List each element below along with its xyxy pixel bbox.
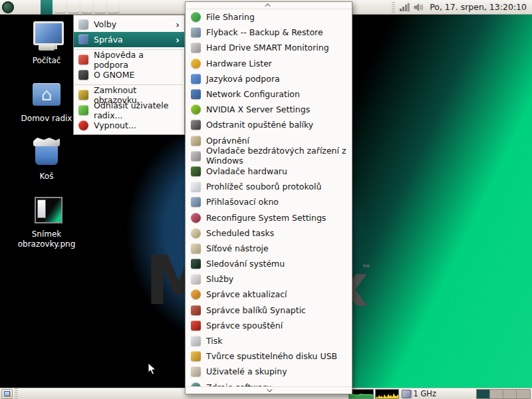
usb-creator-icon [191,351,201,361]
network-configuration-icon [191,89,201,99]
administration-menu-item[interactable]: Správce aktualizací [186,287,352,302]
administration-menu-item[interactable]: Flyback -- Backup & Restore [186,25,352,40]
menu-item-label: Sledování systému [206,259,285,269]
desktop-icon[interactable]: Počítač [12,20,81,66]
computer-icon [29,20,64,53]
nvidia-icon [191,104,201,114]
menu-item-label: File Sharing [206,12,255,22]
administration-menu-item[interactable]: Prohlížeč souborů protokolů [186,179,352,194]
cpu-frequency-icon[interactable] [402,390,411,398]
system-monitor-icon [191,259,201,269]
system-menu-item[interactable]: Volby › [74,17,184,32]
workspace-cell[interactable] [503,390,517,398]
scroll-up-icon [265,3,270,9]
desktop-icon[interactable]: Koš [12,136,81,182]
menu-item-label: Vypnout... [94,120,136,130]
trash-icon [29,136,64,169]
system-menu-item[interactable]: Vypnout... [74,118,184,133]
system-menu-item[interactable]: Odhlásit uživatele radix... [74,102,184,118]
menu-item-label: Tvůrce spustitelného disku USB [206,351,337,361]
network-signal-icon[interactable] [399,3,410,12]
desktop-icon-label: Domov radix [21,114,72,124]
scheduled-tasks-icon [191,228,201,238]
orphaned-packages-icon [191,120,201,130]
volume-icon[interactable] [414,3,425,12]
submenu-arrow-icon: › [176,20,180,29]
desktop-icon[interactable]: Domov radix [12,78,81,124]
administration-menu-item[interactable]: Sledování systému [186,256,352,271]
menu-item-label: Nápověda a podpora [94,50,180,70]
language-support-icon [191,74,201,84]
screenshot-file-icon [29,194,64,227]
hardware-lister-icon [191,59,201,68]
administration-menu-item[interactable]: Správce balíků Synaptic [186,303,352,318]
desktop-icon[interactable]: Snímek obrazovky.png [12,194,81,249]
lock-screen-icon [78,90,88,100]
cpu-usage-graph[interactable] [348,389,374,399]
administration-menu-item[interactable]: Služby [186,271,352,287]
mouse-cursor [148,362,157,376]
show-desktop-button[interactable] [1,389,13,399]
workspace-cell[interactable] [490,390,503,398]
shutdown-icon [78,120,88,130]
update-manager-icon [191,289,201,299]
administration-menu-item[interactable]: Ovladače hardwaru [186,164,352,179]
workspace-cell[interactable] [477,390,490,398]
hard-drive-icon [191,43,201,53]
administration-submenu: File Sharing Flyback -- Backup & Restore… [185,1,352,394]
menu-item-label: O GNOME [94,70,134,80]
system-menu-item[interactable]: Správa › [74,32,184,47]
hardware-drivers-icon [191,166,201,176]
windows-wireless-drivers-icon [191,151,201,161]
administration-menu-item[interactable]: Odstranit opuštěné balíky [186,117,352,132]
menu-item-label: Scheduled tasks [206,228,274,238]
system-menu: Volby › Správa › Nápověda a podpora O GN… [73,15,185,135]
administration-menu-item[interactable]: Tisk [186,333,352,348]
administration-icon [78,35,88,45]
administration-menu-item[interactable]: Přihlašovací okno [186,194,352,209]
menu-item-label: Prohlížeč souborů protokolů [206,182,321,192]
submenu-scroll-down[interactable] [186,386,352,394]
show-desktop-icon [4,391,10,396]
administration-menu-item[interactable]: Síťové nástroje [186,241,352,256]
log-file-viewer-icon [191,182,201,192]
administration-menu-item[interactable]: Scheduled tasks [186,225,352,241]
users-groups-icon [191,366,201,376]
administration-menu-item[interactable]: Ovladače bezdrátových zařízení z Windows [186,148,352,164]
submenu-scroll-up[interactable] [186,2,352,9]
administration-menu-item[interactable]: Správce spouštění [186,318,352,333]
gnome-foot-icon [78,70,88,80]
menu-item-label: Tisk [206,336,222,346]
menu-item-label: Síťové nástroje [206,243,269,253]
administration-menu-item[interactable]: Jazyková podpora [186,71,352,86]
distro-logo-icon[interactable] [2,1,14,13]
clock[interactable]: Po, 17. srpen, 13:20:10 [430,2,527,12]
administration-menu-item[interactable]: File Sharing [186,9,352,25]
menubar-item[interactable] [17,0,29,15]
administration-menu-item[interactable]: Uživatelé a skupiny [186,364,352,379]
menu-item-label: Přihlašovací okno [206,197,279,207]
wallpaper-trademark: ™ [361,263,372,275]
system-menu-group-2: Nápověda a podpora O GNOME [74,52,184,82]
desktop-icon-label: Počítač [33,56,61,66]
menu-item-label: NVIDIA X Server Settings [206,104,310,114]
workspace-cell[interactable] [517,390,530,398]
administration-menu-item[interactable]: Tvůrce spustitelného disku USB [186,348,352,364]
administration-menu-item[interactable]: Hardware Lister [186,56,352,71]
network-load-graph[interactable] [375,389,399,399]
preferences-icon [78,19,88,29]
reconfigure-settings-icon [191,213,201,223]
administration-menu-item[interactable]: Network Configuration [186,86,352,102]
administration-menu-item[interactable]: Hard Drive SMART Monitoring [186,40,352,55]
administration-menu-item[interactable]: Reconfigure System Settings [186,209,352,225]
system-menu-item[interactable]: Nápověda a podpora [74,52,184,67]
menubar-item[interactable] [29,0,41,15]
help-lifesaver-icon [78,55,88,65]
applet-handle[interactable] [15,388,18,399]
printer-icon [191,336,201,346]
menubar-item[interactable] [41,0,53,15]
administration-menu-item[interactable]: NVIDIA X Server Settings [186,102,352,117]
administration-submenu-items: File Sharing Flyback -- Backup & Restore… [186,9,352,387]
system-menu-item[interactable]: O GNOME [74,67,184,82]
applet-handle[interactable] [392,2,395,13]
